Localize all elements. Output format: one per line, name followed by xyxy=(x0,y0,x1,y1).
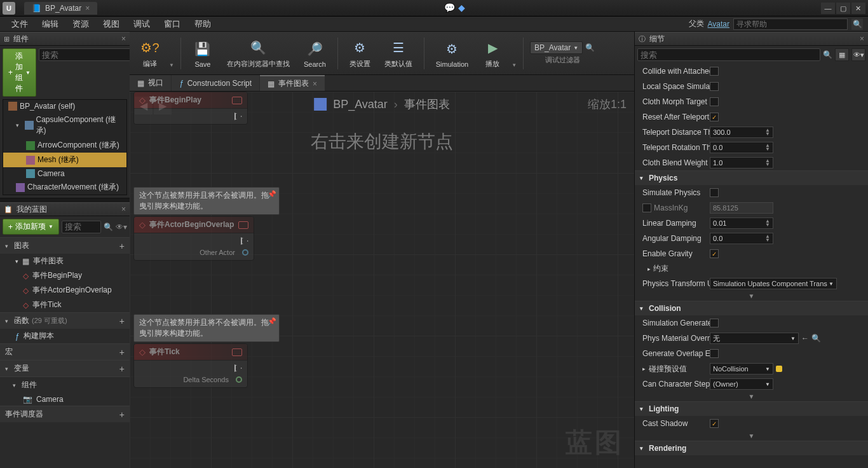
myblueprint-search-input[interactable] xyxy=(62,221,101,233)
add-variable-icon[interactable]: + xyxy=(119,364,125,374)
item-eventgraph[interactable]: ▾▦事件图表 xyxy=(0,254,130,268)
add-component-button[interactable]: + 添加组件 ▼ xyxy=(3,48,36,97)
menu-view[interactable]: 视图 xyxy=(97,17,126,31)
comp-camera[interactable]: Camera xyxy=(3,167,126,180)
enable-toggle[interactable] xyxy=(238,221,248,229)
close-icon[interactable]: × xyxy=(860,34,864,43)
node-tick[interactable]: ◇事件Tick Delta Seconds xyxy=(133,343,248,388)
menu-window[interactable]: 窗口 xyxy=(158,17,187,31)
number-input[interactable]: 0.01▲▼ xyxy=(710,217,773,229)
menu-file[interactable]: 文件 xyxy=(5,17,34,31)
breadcrumb-leaf[interactable]: 事件图表 xyxy=(404,97,450,112)
checkbox[interactable] xyxy=(710,419,719,428)
row-constraints[interactable]: ▸约束 xyxy=(635,261,868,276)
expand-icon[interactable]: ▾ xyxy=(16,122,22,128)
number-input[interactable]: 0.0▲▼ xyxy=(710,233,773,244)
details-panel-tab[interactable]: ⓘ 细节 × xyxy=(635,32,868,46)
section-components-vars[interactable]: ▾组件 xyxy=(0,376,130,393)
add-function-icon[interactable]: + xyxy=(119,316,125,326)
tab-construction[interactable]: ƒConstruction Script xyxy=(172,75,259,91)
category-rendering[interactable]: ▾Rendering xyxy=(635,441,868,455)
enable-toggle[interactable] xyxy=(232,97,242,104)
func-construction[interactable]: ƒ构建脚本 xyxy=(0,329,130,343)
combo-box[interactable]: NoCollision▼ xyxy=(710,363,773,375)
play-button[interactable]: ▶播放 xyxy=(477,35,508,71)
class-defaults-button[interactable]: ☰类默认值 xyxy=(379,35,417,71)
close-icon[interactable]: × xyxy=(121,34,126,43)
graph-canvas[interactable]: ◀ ▶ BP_Avatar › 事件图表 缩放1:1 右击来创建新节点 蓝图 ◇… xyxy=(130,92,634,468)
delta-seconds-pin[interactable]: Delta Seconds xyxy=(183,376,242,383)
combo-box[interactable]: Simulation Upates Component Trans▼ xyxy=(710,278,837,289)
close-tab-icon[interactable]: × xyxy=(313,79,317,88)
number-input[interactable]: 300.0▲▼ xyxy=(710,127,773,138)
category-lighting[interactable]: ▾Lighting xyxy=(635,401,868,416)
comp-self[interactable]: BP_Avatar (self) xyxy=(3,100,126,113)
exec-out-pin[interactable] xyxy=(234,113,242,120)
browse-button[interactable]: 🔍在内容浏览器中查找 xyxy=(222,35,295,71)
debug-object-dropdown[interactable]: BP_Avatar▼ xyxy=(530,41,583,54)
combo-box[interactable]: (Owner)▼ xyxy=(710,378,773,390)
event-actorbeginoverlap[interactable]: ◇事件ActorBeginOverlap xyxy=(0,283,130,298)
category-collision[interactable]: ▾Collision xyxy=(635,301,868,315)
section-variables[interactable]: ▾变量+ xyxy=(0,360,130,376)
components-panel-tab[interactable]: ⊞ 组件 × xyxy=(0,32,130,46)
search-button[interactable]: 🔎Search xyxy=(299,36,331,71)
comp-charmove[interactable]: CharacterMovement (继承) xyxy=(3,180,126,195)
menu-edit[interactable]: 编辑 xyxy=(36,17,65,31)
expand-lighting[interactable]: ▼ xyxy=(635,431,868,441)
help-search-input[interactable] xyxy=(733,18,848,30)
source-control-icon[interactable]: ◆ xyxy=(458,3,470,14)
close-button[interactable]: ✕ xyxy=(851,3,865,14)
tab-eventgraph[interactable]: ▦事件图表× xyxy=(260,75,325,91)
class-settings-button[interactable]: ⚙类设置 xyxy=(344,35,376,71)
checkbox[interactable] xyxy=(710,249,719,258)
checkbox[interactable] xyxy=(710,113,719,121)
menu-asset[interactable]: 资源 xyxy=(66,17,95,31)
search-icon[interactable]: 🔍 xyxy=(104,223,113,231)
myblueprint-panel-tab[interactable]: 📋 我的蓝图 × xyxy=(0,202,130,216)
node-beginplay[interactable]: ◇事件BeginPlay xyxy=(133,92,248,125)
checkbox[interactable] xyxy=(710,188,719,197)
add-graph-icon[interactable]: + xyxy=(119,241,125,251)
comp-arrow[interactable]: ArrowComponent (继承) xyxy=(3,138,126,153)
var-camera[interactable]: 📷Camera xyxy=(0,393,130,406)
expand-physics[interactable]: ▼ xyxy=(635,291,868,301)
checkbox[interactable] xyxy=(710,67,719,76)
browse-icon[interactable]: 🔍 xyxy=(811,334,821,343)
comp-capsule[interactable]: ▾CapsuleComponent (继承) xyxy=(3,113,126,138)
tab-viewport[interactable]: ▦视口 xyxy=(130,75,171,91)
close-icon[interactable]: × xyxy=(121,205,126,214)
chevron-down-icon[interactable]: ▼ xyxy=(512,62,517,68)
compile-button[interactable]: ⚙?编译 xyxy=(135,35,165,71)
number-input[interactable]: 1.0▲▼ xyxy=(710,157,773,169)
save-button[interactable]: 💾Save xyxy=(187,36,218,71)
checkbox[interactable] xyxy=(710,82,719,91)
search-icon[interactable]: 🔍 xyxy=(823,50,832,59)
menu-debug[interactable]: 调试 xyxy=(127,17,156,31)
section-dispatchers[interactable]: 事件调度器+ xyxy=(0,406,130,422)
combo-box[interactable]: 无▼ xyxy=(710,333,799,344)
enable-toggle[interactable] xyxy=(232,348,242,356)
comp-mesh[interactable]: Mesh (继承) xyxy=(3,153,126,167)
add-new-button[interactable]: + 添加新项 ▼ xyxy=(3,219,59,235)
property-matrix-button[interactable]: ▦ xyxy=(835,48,849,61)
close-tab-icon[interactable]: × xyxy=(85,4,90,13)
checkbox[interactable] xyxy=(710,97,719,106)
eye-icon[interactable]: 👁▾ xyxy=(116,223,127,231)
section-macros[interactable]: 宏+ xyxy=(0,343,130,360)
use-selected-icon[interactable]: ← xyxy=(801,334,809,343)
category-physics[interactable]: ▾Physics xyxy=(635,170,868,185)
section-graphs[interactable]: ▾图表+ xyxy=(0,237,130,254)
checkbox[interactable] xyxy=(642,203,651,212)
visibility-button[interactable]: 👁▾ xyxy=(851,48,865,61)
checkbox[interactable] xyxy=(710,319,719,327)
expand-collision[interactable]: ▼ xyxy=(635,392,868,401)
exec-out-pin[interactable] xyxy=(241,237,248,245)
details-search-input[interactable] xyxy=(637,48,820,61)
search-icon[interactable]: 🔍 xyxy=(851,18,863,30)
maximize-button[interactable]: ▢ xyxy=(836,3,850,14)
checkbox[interactable] xyxy=(710,349,719,358)
window-tab[interactable]: 📘 BP_Avatar × xyxy=(24,2,97,15)
simulation-button[interactable]: ⚙Simulation xyxy=(431,36,473,71)
add-dispatcher-icon[interactable]: + xyxy=(119,410,125,420)
